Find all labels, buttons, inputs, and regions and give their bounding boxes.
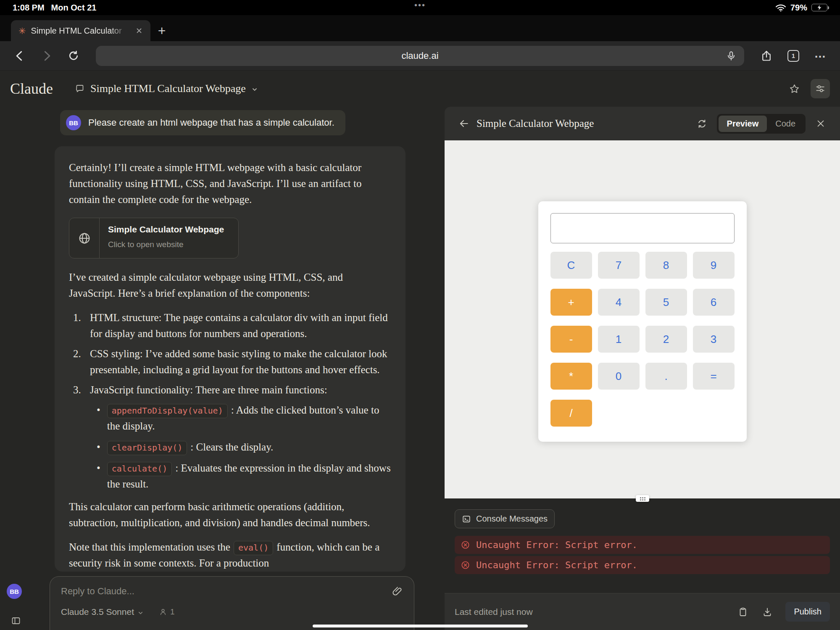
user-message: BB Please create an html webpage that ha… (60, 110, 345, 135)
user-message-text: Please create an html webpage that has a… (88, 117, 334, 128)
refresh-icon[interactable] (693, 115, 711, 132)
console-error-row: Uncaught Error: Script error. (455, 556, 830, 574)
app-header: Claude Simple HTML Calculator Webpage (0, 71, 840, 107)
copy-icon[interactable] (734, 603, 752, 621)
calc-button-4[interactable]: 4 (598, 289, 640, 316)
artifact-card-title: Simple Calculator Webpage (108, 224, 224, 235)
list-item: appendToDisplay(value): Adds the clicked… (69, 402, 391, 434)
conversation-title: Simple HTML Calculator Webpage (90, 82, 246, 95)
console-messages-button[interactable]: Console Messages (455, 509, 555, 528)
mic-icon[interactable] (726, 50, 737, 61)
inline-code: eval() (234, 541, 273, 555)
browser-toolbar: claude.ai 1 … (0, 41, 840, 71)
assistant-response: Certainly! I’ll create a simple HTML web… (55, 146, 406, 572)
calc-button-multiply[interactable]: * (550, 363, 592, 390)
model-chevron-icon (137, 610, 144, 616)
reload-button[interactable] (62, 45, 85, 67)
calc-button-divide[interactable]: / (550, 400, 592, 427)
calc-button-2[interactable]: 2 (645, 326, 687, 353)
model-selector[interactable]: Claude 3.5 Sonnet (61, 607, 134, 617)
calc-button-decimal[interactable]: . (645, 363, 687, 390)
calc-button-6[interactable]: 6 (693, 289, 735, 316)
status-ellipsis-icon: ••• (414, 0, 426, 10)
close-tab-icon[interactable] (133, 24, 145, 37)
account-avatar[interactable]: BB (7, 584, 22, 599)
list-item: clearDisplay(): Clears the display. (69, 439, 391, 455)
inline-code: appendToDisplay(value) (107, 404, 228, 418)
calc-button-1[interactable]: 1 (598, 326, 640, 353)
list-item: 2. CSS styling: I’ve added some basic st… (69, 346, 391, 378)
list-item: 3. JavaScript functionality: There are t… (69, 382, 391, 398)
console-section: Console Messages Uncaught Error: Script … (445, 498, 840, 593)
console-error-row: Uncaught Error: Script error. (455, 536, 830, 554)
paperclip-icon[interactable] (392, 586, 403, 597)
calculator-keypad: C 7 8 9 + 4 5 6 - 1 2 3 * 0 . = / (550, 252, 735, 427)
reply-composer[interactable]: Claude 3.5 Sonnet 1 (50, 576, 414, 630)
tab-count: 1 (787, 50, 799, 62)
calc-button-5[interactable]: 5 (645, 289, 687, 316)
artifact-card[interactable]: Simple Calculator Webpage Click to open … (69, 218, 239, 258)
forward-button[interactable] (35, 45, 58, 67)
calc-button-c[interactable]: C (550, 252, 592, 279)
tab-code[interactable]: Code (767, 116, 804, 132)
publish-button[interactable]: Publish (785, 602, 830, 622)
calc-button-8[interactable]: 8 (645, 252, 687, 279)
response-note: Note that this implementation uses theev… (69, 539, 391, 571)
error-circle-x-icon (461, 540, 470, 550)
artifact-preview: C 7 8 9 + 4 5 6 - 1 2 3 * 0 . = / (445, 140, 840, 498)
artifact-card-subtitle: Click to open website (108, 237, 224, 253)
function-list: appendToDisplay(value): Adds the clicked… (69, 402, 391, 492)
tab-switcher-button[interactable]: 1 (782, 45, 805, 67)
calc-button-7[interactable]: 7 (598, 252, 640, 279)
conversation-title-menu[interactable]: Simple HTML Calculator Webpage (75, 82, 258, 95)
battery-percent: 79% (790, 3, 807, 13)
console-icon (462, 514, 471, 524)
calc-button-plus[interactable]: + (550, 289, 592, 316)
chat-column: BB Please create an html webpage that ha… (0, 107, 445, 630)
response-intro: Certainly! I’ll create a simple HTML web… (69, 160, 391, 208)
address-bar[interactable]: claude.ai (96, 46, 744, 66)
chat-bubble-icon (75, 84, 85, 94)
inline-code: calculate() (107, 462, 172, 476)
star-icon[interactable] (785, 79, 804, 98)
download-icon[interactable] (758, 603, 776, 621)
status-bar: 1:08 PM Mon Oct 21 ••• 79% (0, 0, 840, 15)
calc-button-9[interactable]: 9 (693, 252, 735, 279)
charging-bolt-icon (817, 5, 822, 11)
view-toggle: Preview Code (717, 114, 806, 134)
artifact-title: Simple Calculator Webpage (477, 118, 594, 129)
wifi-icon (775, 4, 786, 12)
back-button[interactable] (8, 45, 31, 67)
back-arrow-icon[interactable] (455, 114, 473, 133)
clock: 1:08 PM (13, 3, 45, 13)
user-avatar: BB (66, 115, 81, 130)
claude-logo[interactable]: Claude (10, 80, 53, 98)
new-tab-button[interactable]: + (150, 20, 173, 41)
globe-icon (69, 218, 100, 258)
claude-favicon-icon: ✳ (18, 26, 26, 35)
home-indicator[interactable] (313, 625, 528, 627)
main-area: BB Please create an html webpage that ha… (0, 107, 840, 630)
reply-input[interactable] (61, 586, 392, 597)
artifact-header: Simple Calculator Webpage Preview Code (445, 107, 840, 140)
overflow-menu-icon[interactable]: … (809, 45, 832, 67)
calc-button-3[interactable]: 3 (693, 326, 735, 353)
browser-tab[interactable]: ✳ Simple HTML Calculator (11, 20, 150, 41)
calculator-display[interactable] (550, 213, 735, 243)
collaborators[interactable]: 1 (159, 607, 175, 617)
tab-title: Simple HTML Calculator (31, 26, 128, 36)
calc-button-equals[interactable]: = (693, 363, 735, 390)
resize-handle[interactable] (636, 495, 649, 502)
share-icon[interactable] (755, 45, 778, 67)
tab-preview[interactable]: Preview (719, 116, 767, 132)
list-item: 1. HTML structure: The page contains a c… (69, 310, 391, 342)
list-item: calculate(): Evaluates the expression in… (69, 460, 391, 492)
date: Mon Oct 21 (51, 3, 97, 13)
collaborator-count: 1 (170, 607, 175, 617)
close-panel-icon[interactable] (811, 114, 830, 133)
sliders-icon[interactable] (811, 79, 830, 98)
sidebar-toggle-icon[interactable] (11, 616, 21, 626)
last-edited-text: Last edited just now (455, 607, 533, 617)
calc-button-0[interactable]: 0 (598, 363, 640, 390)
calc-button-minus[interactable]: - (550, 326, 592, 353)
